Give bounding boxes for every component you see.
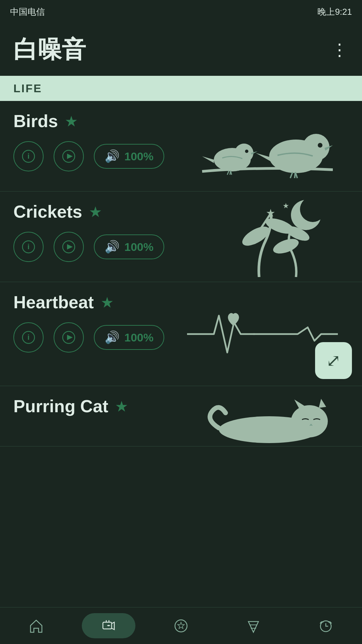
- crickets-name-row: Crickets ★: [13, 202, 349, 222]
- nav-favorites[interactable]: [154, 613, 208, 638]
- volume-icon: 🔊: [105, 240, 120, 254]
- carrier-info: 中国电信: [10, 6, 45, 18]
- volume-icon: 🔊: [105, 149, 120, 163]
- birds-info-button[interactable]: i: [13, 141, 44, 171]
- sound-item-birds: Birds ★ i 🔊 100%: [0, 101, 362, 192]
- section-label: LIFE: [13, 82, 42, 95]
- sound-item-crickets: ★ ★ ★ ★ Crickets ★ i: [0, 192, 362, 282]
- fab-collapse-button[interactable]: ⤢: [315, 342, 352, 379]
- app-title: 白噪音: [13, 34, 86, 66]
- birds-volume: 100%: [124, 150, 154, 163]
- birds-name: Birds: [13, 111, 58, 131]
- heartbeat-volume: 100%: [124, 331, 154, 344]
- svg-text:i: i: [27, 333, 29, 341]
- time-battery: 晚上9:21: [317, 6, 352, 18]
- svg-marker-9: [67, 154, 73, 159]
- heartbeat-controls: i 🔊 100%: [13, 322, 349, 353]
- birds-controls: i 🔊 100%: [13, 141, 349, 171]
- status-bar: 中国电信 晚上9:21: [0, 0, 362, 23]
- app-header: 白噪音 ⋮: [0, 23, 362, 76]
- cat-content: Purring Cat ★: [0, 386, 362, 436]
- section-header: LIFE: [0, 76, 362, 101]
- heartbeat-star-icon[interactable]: ★: [101, 294, 114, 311]
- bottom-nav: [0, 607, 362, 644]
- nav-home[interactable]: [9, 613, 63, 638]
- birds-volume-button[interactable]: 🔊 100%: [94, 144, 164, 169]
- sound-item-purring-cat: Purring Cat ★: [0, 386, 362, 446]
- heartbeat-name-row: Heartbeat ★: [13, 292, 349, 312]
- crickets-volume-button[interactable]: 🔊 100%: [94, 234, 164, 259]
- cat-star-icon[interactable]: ★: [115, 398, 128, 415]
- birds-play-button[interactable]: [54, 141, 84, 171]
- svg-marker-27: [67, 335, 73, 340]
- crickets-content: Crickets ★ i 🔊 100%: [0, 192, 362, 272]
- crickets-volume: 100%: [124, 240, 154, 254]
- svg-marker-23: [67, 244, 73, 250]
- heartbeat-info-button[interactable]: i: [13, 322, 44, 353]
- crickets-star-icon[interactable]: ★: [89, 203, 102, 220]
- heartbeat-name: Heartbeat: [13, 292, 94, 312]
- birds-name-row: Birds ★: [13, 111, 349, 131]
- heartbeat-play-button[interactable]: [54, 322, 84, 353]
- heartbeat-content: Heartbeat ★ i 🔊 100%: [0, 282, 362, 363]
- cat-name-row: Purring Cat ★: [13, 396, 349, 416]
- nav-sounds[interactable]: [82, 613, 135, 638]
- birds-star-icon[interactable]: ★: [65, 113, 78, 130]
- svg-text:i: i: [27, 243, 29, 251]
- crickets-play-button[interactable]: [54, 232, 84, 262]
- svg-text:i: i: [27, 152, 29, 160]
- crickets-controls: i 🔊 100%: [13, 232, 349, 262]
- birds-content: Birds ★ i 🔊 100%: [0, 101, 362, 181]
- nav-alarm[interactable]: [299, 613, 353, 638]
- crickets-info-button[interactable]: i: [13, 232, 44, 262]
- sound-item-heartbeat: ⤢ Heartbeat ★ i 🔊 100%: [0, 282, 362, 386]
- collapse-icon: ⤢: [326, 351, 341, 371]
- volume-icon: 🔊: [105, 330, 120, 344]
- nav-timer[interactable]: [227, 613, 280, 638]
- crickets-name: Crickets: [13, 202, 82, 222]
- more-menu-button[interactable]: ⋮: [331, 40, 349, 59]
- cat-name: Purring Cat: [13, 396, 108, 416]
- heartbeat-volume-button[interactable]: 🔊 100%: [94, 325, 164, 350]
